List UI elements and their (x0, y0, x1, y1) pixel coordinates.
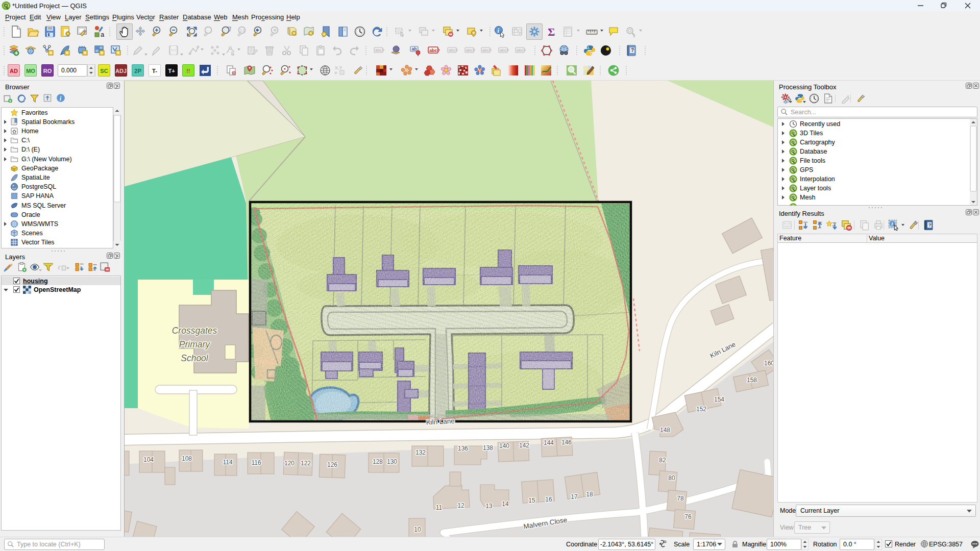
svg-text:ε: ε (58, 263, 61, 271)
svg-text:?: ? (928, 222, 932, 228)
svg-text:Kiln Lane: Kiln Lane (426, 417, 455, 427)
svg-text:i: i (60, 95, 62, 102)
